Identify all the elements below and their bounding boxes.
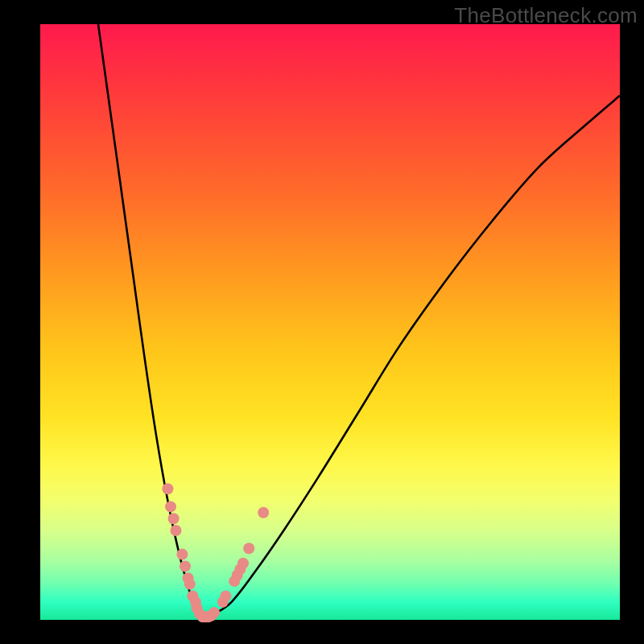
data-marker bbox=[162, 483, 173, 494]
data-marker bbox=[165, 501, 176, 512]
data-marker bbox=[168, 513, 180, 524]
curve-left bbox=[98, 24, 203, 620]
data-marker bbox=[220, 590, 231, 601]
markers-group bbox=[162, 483, 269, 622]
data-marker bbox=[208, 607, 220, 618]
data-marker bbox=[180, 560, 191, 572]
data-marker bbox=[237, 558, 249, 569]
curve-right bbox=[203, 96, 620, 620]
data-marker bbox=[184, 579, 196, 590]
data-marker bbox=[258, 507, 269, 518]
chart-stage: TheBottleneck.com bbox=[0, 0, 644, 644]
data-marker bbox=[243, 543, 254, 554]
data-marker bbox=[170, 525, 181, 536]
curve-svg bbox=[40, 24, 620, 620]
plot-area bbox=[40, 24, 620, 620]
data-marker bbox=[176, 549, 188, 560]
